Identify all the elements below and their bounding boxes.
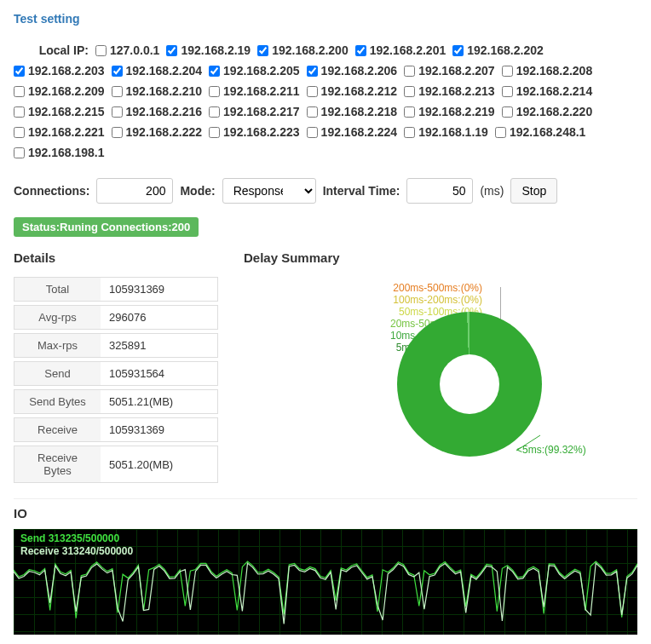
delay-label-100-200: 100ms-200ms:(0%): [320, 294, 482, 306]
ip-item[interactable]: 192.168.2.210: [112, 84, 203, 98]
ip-item[interactable]: 192.168.2.221: [14, 125, 105, 139]
table-key: Send: [14, 361, 101, 386]
connections-input[interactable]: [96, 178, 173, 204]
ip-checkbox[interactable]: [502, 106, 513, 118]
ip-item[interactable]: 192.168.2.207: [404, 64, 495, 78]
ip-item[interactable]: 192.168.2.203: [14, 64, 105, 78]
ip-item[interactable]: 192.168.2.205: [209, 64, 300, 78]
ip-checkbox[interactable]: [112, 127, 123, 138]
ip-checkbox[interactable]: [112, 106, 123, 118]
ip-item[interactable]: 192.168.2.214: [502, 84, 593, 98]
panel-title: Test setting: [14, 7, 637, 35]
ip-item[interactable]: 192.168.2.222: [112, 125, 203, 139]
ip-checkbox[interactable]: [209, 86, 220, 97]
table-row: Send Bytes5051.21(MB): [14, 389, 218, 414]
ip-checkbox[interactable]: [14, 66, 25, 77]
ip-item[interactable]: 192.168.2.220: [502, 105, 593, 118]
table-row: Receive105931369: [14, 417, 218, 442]
ip-checkbox[interactable]: [257, 45, 268, 56]
ip-item[interactable]: 192.168.2.219: [404, 105, 495, 118]
ip-item[interactable]: 192.168.2.206: [307, 64, 398, 78]
ip-item[interactable]: 192.168.2.209: [14, 84, 105, 98]
ip-text: 192.168.2.205: [223, 64, 300, 78]
ip-item[interactable]: 192.168.2.208: [502, 64, 593, 78]
ip-checkbox[interactable]: [355, 45, 366, 56]
ip-text: 192.168.2.216: [126, 105, 203, 118]
ip-item[interactable]: 192.168.2.217: [209, 105, 300, 118]
ip-text: 192.168.2.223: [223, 125, 300, 139]
ip-text: 192.168.2.220: [516, 105, 593, 118]
connections-label: Connections:: [14, 184, 89, 198]
ip-checkbox[interactable]: [307, 127, 318, 138]
table-row: Avg-rps296076: [14, 305, 218, 330]
table-value: 105931564: [101, 361, 218, 386]
ip-item[interactable]: 192.168.2.202: [452, 43, 544, 57]
ip-checkbox[interactable]: [14, 127, 25, 138]
ip-checkbox[interactable]: [14, 106, 25, 118]
ip-checkbox[interactable]: [14, 147, 25, 158]
ip-text: 127.0.0.1: [110, 43, 159, 57]
ip-checkbox[interactable]: [307, 66, 318, 77]
delay-label-under5: <5ms:(99.32%): [516, 444, 586, 456]
ip-checkbox[interactable]: [307, 106, 318, 118]
ip-text: 192.168.1.19: [418, 125, 488, 139]
table-value: 296076: [101, 305, 218, 330]
table-key: Total: [14, 277, 101, 302]
ip-text: 192.168.2.201: [370, 43, 446, 57]
ip-checkbox[interactable]: [14, 86, 25, 97]
ip-text: 192.168.2.222: [126, 125, 203, 139]
ip-checkbox[interactable]: [307, 86, 318, 97]
table-key: Send Bytes: [14, 389, 101, 414]
ip-text: 192.168.2.211: [223, 84, 300, 98]
ip-item[interactable]: 192.168.2.200: [257, 43, 349, 57]
table-row: Send105931564: [14, 361, 218, 386]
ip-text: 192.168.2.213: [418, 84, 495, 98]
ip-block: Local IP: 127.0.0.1192.168.2.19192.168.2…: [14, 35, 637, 171]
delay-heading: Delay Summary: [244, 250, 637, 265]
mode-select[interactable]: Response: [222, 178, 316, 204]
ip-item[interactable]: 192.168.2.215: [14, 105, 105, 118]
interval-unit: (ms): [480, 184, 504, 198]
delay-donut-chart: 200ms-500ms:(0%) 100ms-200ms:(0%) 50ms-1…: [244, 273, 602, 469]
ip-checkbox[interactable]: [502, 86, 513, 97]
ip-item[interactable]: 192.168.1.19: [404, 125, 488, 139]
ip-item[interactable]: 192.168.2.19: [166, 43, 251, 57]
ip-item[interactable]: 192.168.2.218: [307, 105, 398, 118]
ip-checkbox[interactable]: [95, 45, 107, 56]
ip-item[interactable]: 192.168.2.213: [404, 84, 495, 98]
ip-item[interactable]: 192.168.2.224: [307, 125, 398, 139]
ip-checkbox[interactable]: [112, 66, 123, 77]
ip-checkbox[interactable]: [209, 127, 220, 138]
ip-item[interactable]: 192.168.248.1: [495, 125, 586, 139]
ip-item[interactable]: 192.168.2.223: [209, 125, 300, 139]
ip-text: 192.168.2.221: [28, 125, 105, 139]
ip-item[interactable]: 192.168.2.212: [307, 84, 398, 98]
ip-item[interactable]: 192.168.2.204: [112, 64, 203, 78]
interval-input[interactable]: [406, 178, 473, 204]
ip-checkbox[interactable]: [404, 127, 415, 138]
ip-item[interactable]: 192.168.2.201: [355, 43, 446, 57]
ip-item[interactable]: 192.168.2.211: [209, 84, 300, 98]
ip-item[interactable]: 127.0.0.1: [95, 43, 159, 57]
ip-checkbox[interactable]: [404, 66, 415, 77]
ip-text: 192.168.248.1: [510, 125, 586, 139]
ip-text: 192.168.2.202: [467, 43, 544, 57]
io-chart: Send 313235/500000 Receive 313240/500000: [14, 529, 637, 635]
ip-text: 192.168.2.210: [126, 84, 203, 98]
ip-text: 192.168.2.215: [28, 105, 105, 118]
ip-checkbox[interactable]: [404, 86, 415, 97]
ip-checkbox[interactable]: [404, 106, 415, 118]
ip-checkbox[interactable]: [209, 106, 220, 118]
ip-checkbox[interactable]: [452, 45, 464, 56]
ip-item[interactable]: 192.168.2.216: [112, 105, 203, 118]
ip-text: 192.168.2.19: [181, 43, 251, 57]
ip-checkbox[interactable]: [166, 45, 177, 56]
ip-checkbox[interactable]: [209, 66, 220, 77]
ip-checkbox[interactable]: [502, 66, 513, 77]
ip-item[interactable]: 192.168.198.1: [14, 146, 105, 159]
details-heading: Details: [14, 250, 218, 265]
ip-checkbox[interactable]: [495, 127, 506, 138]
ip-checkbox[interactable]: [112, 86, 123, 97]
stop-button[interactable]: Stop: [510, 178, 557, 204]
ip-text: 192.168.2.204: [126, 64, 203, 78]
